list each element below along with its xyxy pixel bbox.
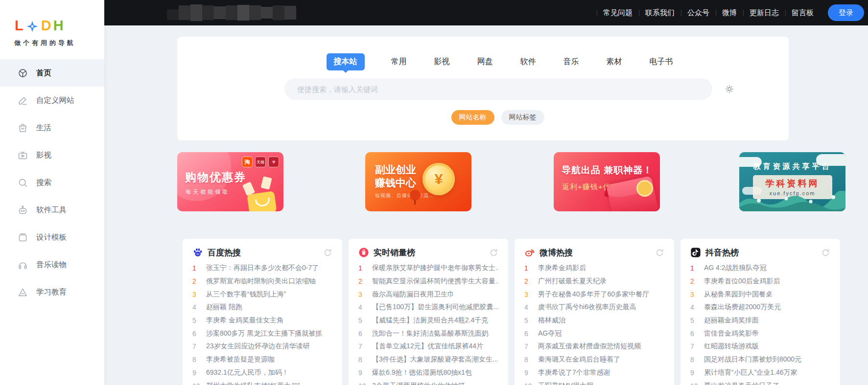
hot-list-item[interactable]: 9 李庚希说了7个非常感谢 <box>524 366 664 380</box>
banner-parttime-tool[interactable]: 导航出品 兼职神器！ 返利+赚钱+优惠券 <box>554 152 660 211</box>
hot-list-item[interactable]: 10 王阳君5MV很大胆 <box>524 379 664 385</box>
topbar-link[interactable]: 公众号 <box>681 0 716 25</box>
search-tab[interactable]: 搜本站 <box>327 53 365 70</box>
hot-list-item[interactable]: 10 郑州大学生排队支持“红薯大叔” <box>192 379 332 385</box>
sidebar-item-movies[interactable]: 影视 <box>0 141 104 169</box>
refresh-icon[interactable] <box>821 248 830 257</box>
home-compass-icon <box>18 68 28 78</box>
hot-list-item[interactable]: 9 6932.1亿元人民币，加码！ <box>192 366 332 380</box>
hot-list-item[interactable]: 7 23岁女生回应边怀孕边在清华读研 <box>192 340 332 353</box>
hot-list-item[interactable]: 6 洗卸合一！集好清洁氨基酸慕斯洗面奶 <box>358 327 498 340</box>
rank-badge: 6 <box>690 330 698 338</box>
search-tab[interactable]: 音乐 <box>563 53 580 70</box>
template-window-icon <box>18 232 28 243</box>
hot-list-item[interactable]: 6 AG夺冠 <box>524 327 664 340</box>
banner-title: 导航出品 兼职神器！ <box>562 164 653 177</box>
search-tab[interactable]: 素材 <box>606 53 623 70</box>
hot-list-item[interactable]: 9 爆款6.9抢！德佑湿厕纸80抽x1包 <box>358 366 498 380</box>
search-input[interactable] <box>284 78 712 100</box>
search-tab[interactable]: 软件 <box>519 53 537 70</box>
hot-list-item[interactable]: 1 李庚希金鸡影后 <box>524 262 664 275</box>
hot-item-text: 李庚希被质疑是资源咖 <box>206 355 275 364</box>
refresh-icon[interactable] <box>489 248 498 257</box>
login-button[interactable]: 登录 <box>828 4 864 21</box>
hotlist-card-baidu: du 百度热搜 1 张玉宁：再踢日本多少次都不会0-7了 2 俄罗斯宣布临时限制… <box>183 239 342 385</box>
sidebar-item-software-tools[interactable]: 软件工具 <box>0 196 104 224</box>
hot-list-item[interactable]: 5 李庚希 金鸡奖最佳女主角 <box>192 314 332 327</box>
hot-list-item[interactable]: 8 国足对战日本门票被炒到8000元 <box>690 353 830 366</box>
hot-list-item[interactable]: 1 AG 4:2战胜狼队夺冠 <box>690 262 830 275</box>
search-tab[interactable]: 电子书 <box>649 53 674 70</box>
hot-list-item[interactable]: 3 男子在秘鲁40多年开了60多家中餐厅 <box>524 288 664 301</box>
gear-icon[interactable] <box>724 84 735 94</box>
hot-list-item[interactable]: 2 广州打破最长夏天纪录 <box>524 275 664 288</box>
filter-site-tag-button[interactable]: 网站标签 <box>501 110 544 125</box>
hot-list-item[interactable]: 4 赵丽颖 陪跑 <box>192 301 332 314</box>
hot-item-text: 【威猛先生】洁厕灵组合共4瓶2.4千克 <box>372 316 488 325</box>
refresh-icon[interactable] <box>655 248 664 257</box>
hot-list-item[interactable]: 4 虞书欣丁禹兮hi6收视率历史最高 <box>524 301 664 314</box>
sidebar-item-life[interactable]: 生活 <box>0 114 104 141</box>
hot-list-item[interactable]: 3 从秘鲁果园到中国餐桌 <box>690 288 830 301</box>
hot-list-item[interactable]: 7 两亲戚互借素材攒虚假悲情短视频 <box>524 340 664 353</box>
banner-subtitle: 每天都能领取 <box>186 188 230 196</box>
topbar-link[interactable]: 微博 <box>716 0 743 25</box>
rank-badge: 3 <box>192 291 200 298</box>
hot-list-item[interactable]: 8 李庚希被质疑是资源咖 <box>192 353 332 366</box>
main-content: 搜本站常用影视网盘软件音乐素材电子书 网站名称 网站标签 淘 天猫 ♥ 购物优惠… <box>104 25 868 385</box>
topbar-link[interactable]: 留言板 <box>785 0 820 25</box>
hot-list-item[interactable]: 1 保暖亲肤艾草护膝护腿中老年御寒男女士... <box>358 262 498 275</box>
hot-list-item[interactable]: 3 从三个数字看“钱凯到上海” <box>192 288 332 301</box>
hot-list-item[interactable]: 2 智能真空显示保温杯简约便携学生大容量... <box>358 275 498 288</box>
search-tab[interactable]: 网盘 <box>476 53 494 70</box>
refresh-icon[interactable] <box>323 248 332 257</box>
sidebar-item-education[interactable]: 学习教育 <box>0 278 104 306</box>
sidebar-item-design-templates[interactable]: 设计模板 <box>0 224 104 251</box>
sidebar-item-search[interactable]: 搜索 <box>0 169 104 196</box>
banner-shopping-coupons[interactable]: 淘 天猫 ♥ 购物优惠券 每天都能领取 <box>177 152 283 211</box>
sidebar-item-music-reading[interactable]: 音乐读物 <box>0 251 104 278</box>
hot-list-item[interactable]: 6 雷佳音金鸡奖影帝 <box>690 327 830 340</box>
sidebar-item-home[interactable]: 首页 <box>0 59 104 87</box>
hot-list-item[interactable]: 8 秦海璐又在金鸡后台睡着了 <box>524 353 664 366</box>
tree-icon <box>410 190 421 201</box>
hot-list-item[interactable]: 5 【威猛先生】洁厕灵组合共4瓶2.4千克 <box>358 314 498 327</box>
hot-list-item[interactable]: 2 李庚希首位00后金鸡影后 <box>690 275 830 288</box>
hot-item-text: 23岁女生回应边怀孕边在清华读研 <box>206 342 310 351</box>
filter-site-name-button[interactable]: 网站名称 <box>451 110 494 125</box>
hot-list-item[interactable]: 9 累计培育“小巨人”企业1.46万家 <box>690 366 830 380</box>
hot-list-item[interactable]: 1 张玉宁：再踢日本多少次都不会0-7了 <box>192 262 332 275</box>
hot-list-item[interactable]: 3 薇尔高端防漏日夜用卫生巾 <box>358 288 498 301</box>
search-tab[interactable]: 影视 <box>433 53 451 70</box>
rank-badge: 2 <box>192 277 200 285</box>
hot-list-item[interactable]: 7 红昭愿转场游戏版 <box>690 340 830 353</box>
hot-list-item[interactable]: 5 赵丽颖金鸡奖排面 <box>690 314 830 327</box>
rank-badge: 10 <box>690 382 698 385</box>
hot-list-item[interactable]: 7 【首单立减12元】优宜佳纸尿裤44片 <box>358 340 498 353</box>
hot-list-item[interactable]: 6 涉案800多万 黑龙江女主播下播就被抓 <box>192 327 332 340</box>
topbar-link[interactable]: 常见问题 <box>597 0 639 25</box>
hot-item-text: 格林威治 <box>538 316 565 325</box>
topbar-link[interactable]: 更新日志 <box>743 0 785 25</box>
smiling-bag-icon <box>247 191 277 211</box>
hot-list-item[interactable]: 4 【已售100万】碧生源奥利司他减肥胶囊... <box>358 301 498 314</box>
banner-side-business[interactable]: 副业创业 赚钱中心 短视频、自媒体、引流... ¥ <box>365 152 471 211</box>
hot-list-item[interactable]: 2 俄罗斯宣布临时限制向美出口浓缩铀 <box>192 275 332 288</box>
rank-badge: 8 <box>192 356 200 363</box>
rank-badge: 6 <box>192 330 200 338</box>
hot-list-item[interactable]: 10 要出发这是春天的日子了 <box>690 379 830 385</box>
hot-list-item[interactable]: 5 格林威治 <box>524 314 664 327</box>
sidebar-item-custom-sites[interactable]: 自定义网站 <box>0 87 104 114</box>
hot-item-text: 从三个数字看“钱凯到上海” <box>206 290 286 299</box>
banner-education-resources[interactable]: 教育资源共享平台 学科资料网 xue.fycfg.com <box>739 152 845 211</box>
rank-badge: 7 <box>690 342 698 350</box>
hot-list-item[interactable]: 4 泰森出场费超2000万美元 <box>690 301 830 314</box>
topbar-link[interactable]: 联系我们 <box>639 0 681 25</box>
hot-item-text: 秦海璐又在金鸡后台睡着了 <box>538 355 620 364</box>
hot-list-item[interactable]: 8 【3件任选】大象玻尿酸避孕套高潮女生... <box>358 353 498 366</box>
hot-list: 1 AG 4:2战胜狼队夺冠 2 李庚希首位00后金鸡影后 3 从秘鲁果园到中国… <box>690 262 830 385</box>
search-tab[interactable]: 常用 <box>390 53 408 70</box>
hot-list-item[interactable]: 10 3个装干湿两用梳妆化妆收纳箱 <box>358 379 498 385</box>
banner-brand: 学科资料网 <box>753 178 832 189</box>
logo[interactable]: L D H <box>0 0 104 33</box>
